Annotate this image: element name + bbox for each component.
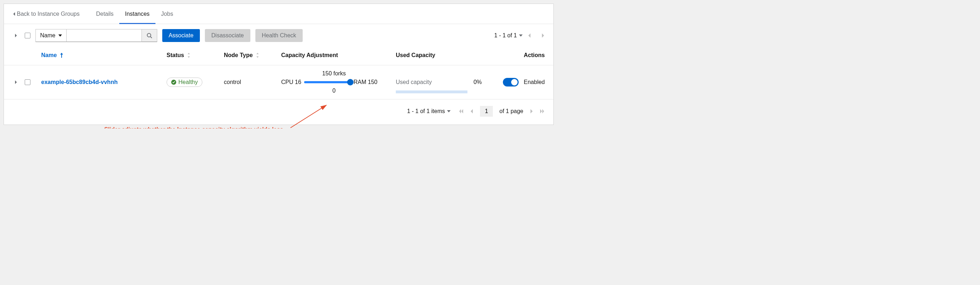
slider-thumb[interactable]: [347, 79, 353, 85]
col-capacity-adjustment: Capacity Adjustment: [281, 52, 396, 59]
pager-first-icon[interactable]: [458, 109, 463, 114]
tab-instances[interactable]: Instances: [119, 4, 155, 24]
pager-controls: of 1 page: [458, 106, 545, 117]
column-headers: Name Status Node Type Capacity Adjustmen…: [4, 47, 554, 65]
caret-down-icon: [519, 34, 523, 37]
table-row: example-65bc89cb4d-vvhnh Healthy control…: [4, 65, 554, 99]
table-body: example-65bc89cb4d-vvhnh Healthy control…: [4, 65, 554, 99]
health-check-button[interactable]: Health Check: [255, 29, 303, 42]
associate-button[interactable]: Associate: [162, 29, 200, 42]
caret-down-icon: [58, 34, 62, 37]
row-expand-toggle[interactable]: [13, 80, 20, 84]
svg-point-0: [147, 34, 151, 37]
sort-icon: [187, 53, 191, 58]
pager-prev-icon[interactable]: [470, 109, 474, 114]
used-capacity-cell: Used capacity 0%: [396, 79, 485, 85]
chevron-right-icon: [15, 34, 18, 38]
top-pager-range[interactable]: 1 - 1 of 1: [494, 32, 523, 39]
svg-line-1: [150, 37, 152, 38]
page-number-input[interactable]: [480, 106, 493, 117]
search-icon: [146, 33, 152, 38]
pager-prev-icon[interactable]: [528, 33, 531, 38]
col-node-type[interactable]: Node Type: [224, 52, 281, 59]
footer-pager: 1 - 1 of 1 items of 1 page: [4, 99, 554, 125]
toolbar: Name Associate Disassociate Health Check…: [4, 24, 554, 47]
col-actions: Actions: [524, 52, 545, 59]
disassociate-button[interactable]: Disassociate: [205, 29, 250, 42]
capacity-cpu-label: CPU 16: [281, 79, 301, 85]
capacity-ram-label: RAM 150: [353, 79, 377, 85]
pager-next-icon[interactable]: [530, 109, 533, 114]
instance-name-link[interactable]: example-65bc89cb4d-vvhnh: [41, 79, 167, 85]
top-pager: 1 - 1 of 1: [494, 32, 545, 39]
tab-jobs[interactable]: Jobs: [156, 4, 179, 24]
filter-input[interactable]: [66, 29, 142, 42]
sort-icon: [256, 53, 259, 58]
expand-all-toggle[interactable]: [13, 34, 20, 38]
back-link[interactable]: Back to Instance Groups: [13, 11, 80, 17]
actions-cell: Enabled: [503, 78, 545, 86]
capacity-cell: 150 forks CPU 16 RAM 150 0: [281, 79, 396, 85]
footer-items-count[interactable]: 1 - 1 of 1 items: [407, 108, 450, 115]
used-capacity-bar: [396, 90, 468, 93]
annotation-text: Slider adjusts whether the Instance capa…: [104, 125, 291, 128]
node-type-cell: control: [224, 79, 281, 85]
capacity-forks-label: 150 forks: [281, 70, 387, 77]
used-capacity-pct: 0%: [474, 79, 482, 85]
search-button[interactable]: [142, 29, 157, 42]
capacity-slider[interactable]: [304, 81, 351, 83]
row-checkbox[interactable]: [25, 79, 30, 85]
pager-last-icon[interactable]: [540, 109, 545, 114]
select-all-checkbox[interactable]: [25, 33, 30, 38]
health-badge: Healthy: [167, 77, 202, 87]
chevron-left-icon: [13, 12, 15, 16]
instances-panel: Back to Instance Groups Details Instance…: [3, 3, 554, 125]
col-name[interactable]: Name: [41, 52, 167, 59]
used-capacity-label: Used capacity: [396, 79, 432, 85]
top-nav: Back to Instance Groups Details Instance…: [4, 4, 554, 24]
of-page-label: of 1 page: [499, 108, 523, 115]
enabled-label: Enabled: [524, 79, 545, 85]
sort-asc-icon: [60, 53, 64, 58]
chevron-right-icon: [15, 80, 18, 84]
filter-field-select[interactable]: Name: [35, 29, 66, 42]
check-circle-icon: [171, 80, 176, 85]
filter-group: Name: [35, 29, 157, 42]
filter-field-label: Name: [40, 32, 56, 39]
back-label: Back to Instance Groups: [17, 11, 80, 17]
tabs: Details Instances Jobs: [90, 4, 179, 24]
pager-next-icon[interactable]: [541, 33, 545, 38]
capacity-zero-label: 0: [281, 88, 387, 94]
col-status[interactable]: Status: [167, 52, 224, 59]
status-cell: Healthy: [167, 77, 224, 87]
caret-down-icon: [447, 110, 450, 112]
tab-details[interactable]: Details: [90, 4, 119, 24]
enabled-toggle[interactable]: [503, 78, 519, 86]
col-used-capacity: Used Capacity: [396, 52, 485, 59]
